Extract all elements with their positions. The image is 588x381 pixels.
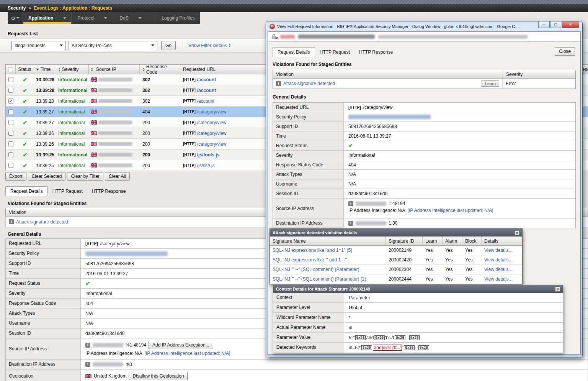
signature-name-link[interactable]: SQL-INJ expressions like "and 1=1" (5): [273, 248, 352, 253]
request-type-select[interactable]: Illegal requests: [11, 41, 66, 50]
requested-url-link[interactable]: /category/view: [197, 120, 227, 125]
maximize-button[interactable]: ▢: [550, 21, 561, 28]
field-label: Destination IP Address: [6, 360, 81, 369]
field-label: Support ID: [6, 259, 81, 268]
requested-url-link[interactable]: /category/view: [197, 109, 227, 115]
col-learn: Learn: [423, 236, 443, 245]
violation-link[interactable]: Attack signature detected: [283, 81, 335, 86]
signature-name-link[interactable]: SQL-INJ expressions like "' and 1 --": [273, 257, 347, 263]
signature-name-link[interactable]: SQL-INJ "' --" (SQL comment) (Parameter): [273, 267, 359, 272]
export-button[interactable]: Export: [5, 172, 26, 181]
protocol-tag: [HTTP]: [183, 110, 196, 114]
col-time[interactable]: Time: [34, 65, 56, 74]
dialog-address-bar[interactable]: ✕: [268, 32, 580, 42]
info-icon[interactable]: i: [276, 81, 281, 86]
options-gear-tab[interactable]: ⚙: [8, 12, 23, 24]
row-checkbox[interactable]: [8, 109, 13, 114]
tab-request-details[interactable]: Request Details: [5, 186, 48, 196]
security-policy-select[interactable]: All Security Policies: [69, 41, 157, 50]
close-icon[interactable]: ✕: [555, 287, 560, 292]
row-checkbox[interactable]: [8, 152, 13, 157]
dialog-tabs-row: Request DetailsHTTP RequestHTTP Response…: [273, 47, 576, 57]
minimize-button[interactable]: —: [538, 21, 550, 28]
request-severity: Informational: [58, 141, 85, 147]
row-checkbox[interactable]: [8, 99, 13, 103]
row-checkbox[interactable]: [8, 88, 13, 93]
nav-tab-application[interactable]: Application: [23, 12, 72, 24]
view-details-link[interactable]: View details...: [484, 276, 513, 282]
field-label: Username: [273, 179, 344, 189]
row-checkbox[interactable]: [8, 141, 13, 146]
row-checkbox[interactable]: [8, 120, 13, 125]
disallow-geolocation-button[interactable]: Disallow this Geolocation: [129, 372, 188, 380]
clear-selected-button[interactable]: Clear Selected: [28, 172, 66, 181]
info-icon[interactable]: i: [348, 201, 353, 206]
window-top-stripe: [0, 0, 588, 4]
requested-url-link[interactable]: /js/site.js: [197, 163, 215, 168]
dialog-close-button[interactable]: Close: [555, 47, 575, 56]
redacted-security-policy: [85, 251, 168, 256]
dialog-title: View Full Request Information - BIG-IP® …: [277, 24, 518, 29]
tab-http-response[interactable]: HTTP Response: [87, 187, 130, 196]
signature-id: 200002149: [386, 248, 423, 253]
close-icon[interactable]: ✕: [514, 230, 519, 235]
clear-all-button[interactable]: Clear All: [105, 172, 130, 181]
hex-0x20-token: 0x20: [374, 335, 385, 340]
info-icon[interactable]: i: [85, 343, 90, 348]
add-ip-exception-button[interactable]: Add IP Address Exception...: [149, 341, 213, 349]
requested-url-link[interactable]: /account: [197, 99, 214, 104]
row-checkbox[interactable]: [8, 77, 13, 82]
ip-intelligence-link[interactable]: [IP Address Intelligence last updated: N…: [408, 208, 493, 213]
show-filter-details-link[interactable]: Show Filter Details: [188, 43, 231, 48]
close-window-button[interactable]: ✕: [562, 21, 579, 28]
violations-heading: Violations Found for Staged Entities: [273, 62, 576, 67]
col-response-code[interactable]: Response Code: [140, 65, 179, 74]
tab-http-response[interactable]: HTTP Response: [354, 48, 397, 57]
requested-url-link[interactable]: /category/view: [197, 141, 227, 147]
learn-flag: Yes: [423, 248, 443, 253]
nav-tab-protocol[interactable]: Protocol: [72, 12, 114, 24]
requested-url-link[interactable]: /account: [197, 88, 216, 93]
tab-http-request[interactable]: HTTP Request: [48, 187, 87, 196]
col-status[interactable]: Status: [16, 65, 34, 74]
redacted-url-host: [298, 34, 375, 39]
select-all-checkbox[interactable]: [8, 67, 13, 72]
col-source-ip[interactable]: Source IP: [89, 65, 140, 74]
view-details-link[interactable]: View details...: [484, 267, 513, 272]
hex-0x20-token: 0x20: [355, 335, 366, 340]
requested-url-link[interactable]: /category/view: [197, 131, 227, 136]
signature-name-link[interactable]: SQL-INJ "' --" (SQL comment) (Parameter)…: [273, 276, 366, 282]
info-icon[interactable]: i: [9, 219, 14, 224]
row-checkbox[interactable]: [8, 163, 13, 168]
learn-button[interactable]: Learn: [482, 80, 499, 87]
dialog-title-bar[interactable]: f5 View Full Request Information - BIG-I…: [268, 21, 581, 31]
status-ok-icon: ✔: [23, 163, 27, 169]
nav-tab-dos[interactable]: DoS: [114, 12, 156, 24]
request-type-value: Illegal requests: [15, 43, 46, 48]
response-code: 200: [140, 141, 179, 147]
clear-by-filter-button[interactable]: Clear by Filter: [67, 172, 103, 181]
ip-intelligence-link[interactable]: [IP Address Intelligence last updated: N…: [145, 351, 230, 356]
requested-url-link[interactable]: /js/tools.js: [197, 152, 220, 158]
row-checkbox[interactable]: [8, 131, 13, 136]
col-severity[interactable]: Severity: [56, 65, 89, 74]
signature-details-popup: Attack signature detected violation deta…: [270, 228, 523, 284]
popup-header: Context Details for Attack Signature 200…: [273, 285, 563, 293]
requested-url-link[interactable]: /account: [197, 77, 216, 82]
uk-flag-icon: [91, 163, 97, 168]
field-label: Session ID: [273, 189, 344, 198]
info-icon[interactable]: i: [85, 362, 90, 367]
view-details-link[interactable]: View details...: [484, 257, 513, 263]
tab-http-request[interactable]: HTTP Request: [315, 48, 354, 57]
destination-ip-port: :80: [126, 362, 132, 367]
violation-link[interactable]: Attack signature detected: [16, 219, 68, 225]
tab-request-details[interactable]: Request Details: [273, 47, 315, 57]
block-flag: Yes: [462, 276, 482, 282]
requested-url-value: /category/view: [363, 105, 393, 110]
info-icon[interactable]: i: [348, 221, 353, 226]
token-text: --: [406, 335, 409, 340]
request-severity: Informational: [58, 99, 85, 104]
nav-tab-logging-profiles[interactable]: Logging Profiles: [156, 12, 200, 24]
go-button[interactable]: Go: [161, 41, 176, 50]
view-details-link[interactable]: View details...: [484, 248, 513, 253]
